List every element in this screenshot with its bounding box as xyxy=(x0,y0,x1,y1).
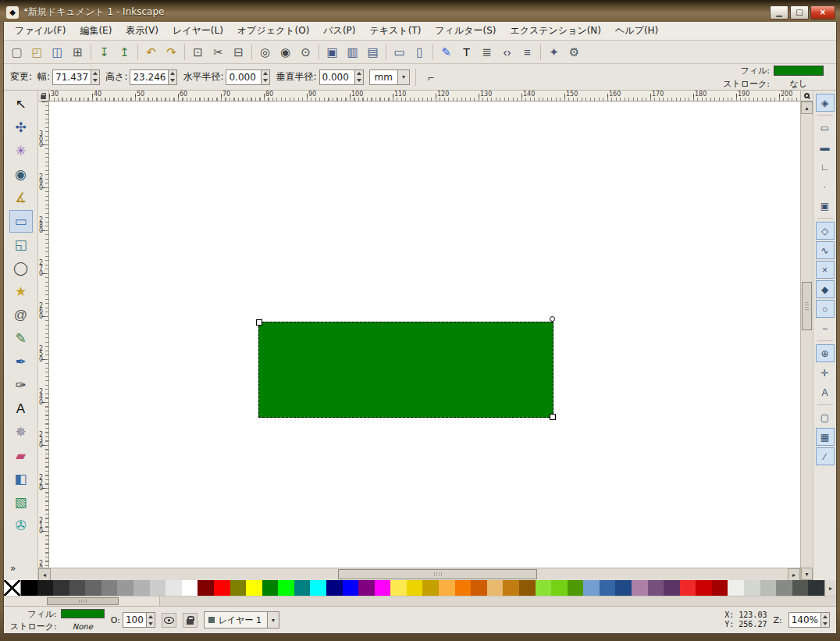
fill-color-swatch[interactable] xyxy=(774,66,824,76)
palette-scrollbar[interactable] xyxy=(4,596,836,606)
palette-swatch[interactable] xyxy=(487,580,504,596)
bucket-tool-button[interactable]: ◧ xyxy=(9,468,33,490)
palette-swatch[interactable] xyxy=(101,580,118,596)
opacity-value[interactable]: 100 xyxy=(123,613,146,627)
fill-stroke-dialog-button[interactable]: ✎ xyxy=(436,42,456,62)
titlebar[interactable]: ◆ *新規ドキュメント 1 - Inkscape ▁ □ × xyxy=(0,0,840,22)
spinner-arrows[interactable] xyxy=(168,70,176,84)
create-clone-button[interactable]: ▥ xyxy=(343,42,362,62)
palette-swatch[interactable] xyxy=(375,580,391,596)
palette-swatch[interactable] xyxy=(310,580,326,596)
palette-swatch[interactable] xyxy=(133,580,150,596)
enable-snapping-button[interactable]: ◈ xyxy=(816,94,835,112)
snap-rotation-centers-button[interactable]: ✛ xyxy=(816,364,835,382)
layers-dialog-button[interactable]: ≣ xyxy=(477,42,497,62)
stroke-value[interactable]: なし xyxy=(774,78,824,90)
palette-swatch[interactable] xyxy=(776,580,792,596)
palette-swatch[interactable] xyxy=(390,580,407,596)
menu-extensions[interactable]: エクステンション(N) xyxy=(504,22,607,40)
new-document-button[interactable]: ▢ xyxy=(7,42,27,62)
palette-swatch[interactable] xyxy=(21,580,37,596)
snap-bbox-edges-button[interactable]: ▬ xyxy=(816,138,835,156)
palette-swatch[interactable] xyxy=(294,580,311,596)
palette-swatch[interactable] xyxy=(422,580,439,596)
menu-edit[interactable]: 編集(E) xyxy=(73,22,118,40)
node-tool-button[interactable]: ✣ xyxy=(9,116,33,139)
print-document-button[interactable]: ⊞ xyxy=(68,42,87,62)
close-button[interactable]: × xyxy=(810,5,835,20)
ry-field-input[interactable]: 0.000 xyxy=(319,69,364,85)
unit-select[interactable]: mm ▾ xyxy=(369,69,410,85)
fill-stroke-indicator[interactable]: フィル: ストローク: None xyxy=(10,608,105,632)
spinner-arrows[interactable] xyxy=(146,613,155,627)
palette-scroll-thumb[interactable] xyxy=(47,597,119,605)
palette-scroll-right-button[interactable]: ▸ xyxy=(824,580,836,596)
zoom-value[interactable]: 140% xyxy=(789,613,820,627)
scroll-right-button[interactable]: ▸ xyxy=(788,568,800,581)
horizontal-ruler[interactable]: 3040506070809010011012013014015016017018… xyxy=(49,91,800,101)
scroll-down-button[interactable]: ▾ xyxy=(801,568,813,580)
resize-handle-top-left[interactable] xyxy=(256,319,262,326)
menu-path[interactable]: パス(P) xyxy=(317,22,361,40)
palette-swatch[interactable] xyxy=(326,580,343,596)
horizontal-scrollbar[interactable]: ◂ ▸ xyxy=(38,568,800,580)
snap-line-midpoints-button[interactable]: − xyxy=(816,319,835,337)
palette-swatch[interactable] xyxy=(278,580,294,596)
palette-swatch[interactable] xyxy=(471,580,487,596)
eraser-tool-button[interactable]: ▰ xyxy=(9,444,33,467)
palette-swatch[interactable] xyxy=(728,580,744,596)
palette-swatch[interactable] xyxy=(182,580,198,596)
snap-bbox-centers-button[interactable]: ▣ xyxy=(816,197,835,215)
spiral-tool-button[interactable]: @ xyxy=(9,304,33,326)
resize-handle-bottom-right[interactable] xyxy=(550,414,556,420)
measure-tool-button[interactable]: ∡ xyxy=(9,187,33,209)
dropper-tool-button[interactable]: ✇ xyxy=(9,515,33,537)
selected-rectangle[interactable] xyxy=(258,322,553,418)
palette-swatch[interactable] xyxy=(519,580,536,596)
palette-swatch[interactable] xyxy=(808,580,824,596)
height-field-value[interactable]: 23.246 xyxy=(130,70,168,84)
layer-lock-toggle[interactable] xyxy=(183,613,198,628)
palette-swatch[interactable] xyxy=(615,580,632,596)
zoom-tool-button[interactable]: ◉ xyxy=(9,163,33,186)
snap-bbox-edge-midpoints-button[interactable]: ∙ xyxy=(816,177,835,195)
menu-view[interactable]: 表示(V) xyxy=(119,22,165,40)
palette-swatch[interactable] xyxy=(632,580,648,596)
vertical-scroll-thumb[interactable] xyxy=(802,282,812,330)
preferences-button[interactable]: ⚙ xyxy=(564,42,584,62)
spinner-arrows[interactable] xyxy=(91,70,99,84)
snap-cusp-nodes-button[interactable]: ◆ xyxy=(816,280,835,298)
ellipse-tool-button[interactable]: ◯ xyxy=(9,257,33,280)
layer-select[interactable]: レイヤー 1 ▾ xyxy=(204,611,279,629)
rx-field-input[interactable]: 0.000 xyxy=(226,69,270,85)
layer-visibility-toggle[interactable] xyxy=(162,613,176,628)
palette-swatch[interactable] xyxy=(407,580,423,596)
palette-swatch[interactable] xyxy=(198,580,214,596)
statusbar-stroke-value[interactable]: None xyxy=(61,622,105,631)
snap-object-centers-button[interactable]: ⊕ xyxy=(816,344,835,362)
menu-filters[interactable]: フィルター(S) xyxy=(429,22,502,40)
vertical-scrollbar[interactable]: ▴ ▾ xyxy=(800,91,813,580)
text-tool-button[interactable]: A xyxy=(9,397,33,420)
paste-button[interactable]: ⊟ xyxy=(229,42,248,62)
palette-scroll-track[interactable] xyxy=(4,596,160,606)
opacity-input[interactable]: 100 xyxy=(123,612,155,628)
palette-swatch[interactable] xyxy=(166,580,182,596)
snap-to-paths-button[interactable]: ∿ xyxy=(816,241,835,259)
copy-button[interactable]: ⊡ xyxy=(188,42,208,62)
width-field-input[interactable]: 71.437 xyxy=(52,69,100,85)
no-color-swatch[interactable] xyxy=(4,580,21,596)
document-properties-button[interactable]: ✦ xyxy=(544,42,564,62)
palette-swatch[interactable] xyxy=(696,580,712,596)
palette-swatch[interactable] xyxy=(503,580,519,596)
snap-nodes-button[interactable]: ◇ xyxy=(816,222,835,240)
menu-text[interactable]: テキスト(T) xyxy=(364,22,428,40)
ry-field-value[interactable]: 0.000 xyxy=(320,70,354,84)
snap-page-border-button[interactable]: ▢ xyxy=(816,408,835,426)
snap-path-intersections-button[interactable]: × xyxy=(816,261,835,279)
palette-swatch[interactable] xyxy=(712,580,728,596)
palette-swatch[interactable] xyxy=(455,580,472,596)
rectangle-tool-button[interactable]: ▭ xyxy=(9,210,33,233)
palette-swatch[interactable] xyxy=(69,580,86,596)
import-image-button[interactable]: ↧ xyxy=(94,42,114,62)
